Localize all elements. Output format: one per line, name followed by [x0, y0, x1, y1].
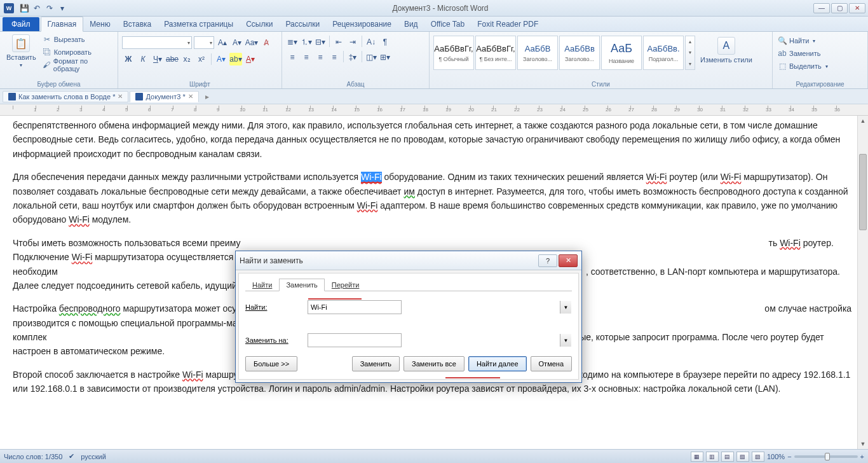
maximize-button[interactable]: ▢ [831, 3, 848, 13]
cut-button[interactable]: ✂Вырезать [41, 33, 114, 46]
align-right-icon[interactable]: ≡ [314, 51, 327, 64]
replace-all-button[interactable]: Заменить все [403, 356, 465, 371]
tab-foxit[interactable]: Foxit Reader PDF [471, 17, 545, 31]
strike-icon[interactable]: abe [166, 53, 179, 66]
style-gallery-more[interactable]: ▴▾▾ [685, 36, 695, 70]
shrink-font-icon[interactable]: A▾ [231, 36, 243, 49]
replace-input[interactable] [308, 333, 402, 347]
bullets-icon[interactable]: ≣▾ [286, 36, 299, 48]
paste-button[interactable]: 📋 Вставить ▾ [4, 33, 39, 69]
highlight-icon[interactable]: ab▾ [229, 53, 242, 66]
more-button[interactable]: Больше >> [245, 356, 297, 371]
minimize-button[interactable]: — [813, 3, 830, 13]
dialog-tab-replace[interactable]: Заменить [279, 279, 324, 291]
font-color-icon[interactable]: A▾ [244, 53, 257, 66]
tab-references[interactable]: Ссылки [240, 17, 279, 31]
find-next-button[interactable]: Найти далее [468, 356, 527, 371]
numbering-icon[interactable]: ⒈▾ [300, 36, 313, 48]
replace-action-button[interactable]: Заменить [352, 356, 400, 371]
clear-format-icon[interactable]: A̷ [260, 36, 273, 49]
align-center-icon[interactable]: ≡ [300, 51, 313, 64]
format-painter-button[interactable]: 🖌Формат по образцу [41, 59, 114, 71]
underline-icon[interactable]: Ч▾ [151, 53, 164, 66]
save-icon[interactable]: 💾 [19, 3, 29, 13]
tab-menu[interactable]: Меню [83, 17, 116, 31]
superscript-icon[interactable]: x² [195, 53, 208, 66]
word-count[interactable]: Число слов: 1/350 [4, 453, 62, 460]
close-button[interactable]: ✕ [849, 3, 865, 13]
doctab-1[interactable]: Как заменить слова в Ворде *✕ [3, 91, 128, 102]
show-marks-icon[interactable]: ¶ [379, 36, 391, 48]
tab-office-tab[interactable]: Office Tab [424, 17, 471, 31]
paragraph[interactable]: беспрепятственного обмена информацией ме… [13, 118, 855, 161]
view-print-layout-icon[interactable]: ▦ [691, 452, 703, 462]
dialog-titlebar[interactable]: Найти и заменить ? ✕ [236, 251, 581, 270]
spellcheck-icon[interactable]: ✔ [69, 452, 74, 460]
tab-home[interactable]: Главная [41, 17, 84, 32]
sort-icon[interactable]: A↓ [365, 36, 377, 48]
zoom-in-icon[interactable]: + [860, 453, 864, 460]
borders-icon[interactable]: ⊞▾ [379, 51, 391, 64]
find-input[interactable] [308, 300, 402, 314]
subscript-icon[interactable]: x₂ [180, 53, 193, 66]
view-reading-icon[interactable]: ▥ [706, 452, 719, 462]
italic-icon[interactable]: К [137, 53, 149, 66]
decrease-indent-icon[interactable]: ⇤ [332, 36, 345, 48]
zoom-slider[interactable] [794, 455, 858, 458]
font-size-combo[interactable] [194, 36, 214, 49]
doctab-2[interactable]: Документ3 *✕ [130, 91, 198, 102]
bold-icon[interactable]: Ж [122, 53, 135, 66]
tab-review[interactable]: Рецензирование [326, 17, 398, 31]
tab-page-layout[interactable]: Разметка страницы [158, 17, 240, 31]
dialog-tab-find[interactable]: Найти [245, 279, 279, 291]
tab-insert[interactable]: Вставка [117, 17, 158, 31]
style-no-spacing[interactable]: АаБбВвГг,¶ Без инте... [475, 36, 516, 70]
cancel-button[interactable]: Отмена [531, 356, 572, 371]
copy-button[interactable]: ⿻Копировать [41, 46, 114, 59]
find-dropdown-icon[interactable]: ▼ [560, 301, 571, 314]
zoom-level[interactable]: 100% [767, 453, 785, 460]
font-name-combo[interactable] [122, 36, 192, 49]
close-tab-icon[interactable]: ✕ [188, 93, 193, 100]
style-gallery[interactable]: АаБбВвГг,¶ Обычный АаБбВвГг,¶ Без инте..… [433, 36, 695, 70]
dialog-close-button[interactable]: ✕ [559, 254, 578, 267]
file-tab[interactable]: Файл [3, 17, 39, 31]
line-spacing-icon[interactable]: ‡▾ [346, 51, 359, 64]
qat-more-icon[interactable]: ▾ [57, 3, 67, 13]
shading-icon[interactable]: ◫▾ [365, 51, 377, 64]
view-outline-icon[interactable]: ▧ [736, 452, 749, 462]
change-styles-button[interactable]: A Изменить стили [698, 36, 755, 65]
select-button[interactable]: ⬚Выделить▾ [776, 60, 829, 73]
new-tab-button[interactable]: ▸ [200, 92, 214, 101]
grow-font-icon[interactable]: A▴ [216, 36, 229, 49]
view-draft-icon[interactable]: ▨ [752, 452, 764, 462]
scroll-thumb[interactable] [859, 154, 867, 230]
scroll-up-icon[interactable]: ▲ [858, 116, 868, 126]
vertical-scrollbar[interactable]: ▲ ▼ [857, 116, 868, 449]
style-normal[interactable]: АаБбВвГг,¶ Обычный [433, 36, 474, 70]
scroll-down-icon[interactable]: ▼ [858, 439, 868, 449]
view-web-icon[interactable]: ▤ [721, 452, 734, 462]
ruler[interactable]: 1234567891011121314151617181920212223242… [0, 104, 868, 116]
language-status[interactable]: русский [81, 453, 105, 460]
tab-view[interactable]: Вид [398, 17, 424, 31]
dialog-help-button[interactable]: ? [538, 254, 557, 267]
replace-button[interactable]: abЗаменить [776, 47, 829, 60]
change-case-icon[interactable]: Aa▾ [245, 36, 258, 49]
replace-dropdown-icon[interactable]: ▼ [560, 334, 571, 347]
redo-icon[interactable]: ↷ [44, 3, 55, 13]
zoom-out-icon[interactable]: − [787, 453, 791, 460]
zoom-handle[interactable] [825, 453, 830, 460]
style-heading1[interactable]: АаБбВЗаголово... [517, 36, 558, 70]
close-tab-icon[interactable]: ✕ [118, 93, 123, 100]
style-heading2[interactable]: АаБбВвЗаголово... [559, 36, 600, 70]
paragraph[interactable]: Для обеспечения передачи данных между ра… [13, 170, 855, 227]
text-effects-icon[interactable]: A▾ [215, 53, 227, 66]
tab-mailings[interactable]: Рассылки [279, 17, 326, 31]
style-subtitle[interactable]: АаБбВв.Подзагол... [643, 36, 684, 70]
find-button[interactable]: 🔍Найти▾ [776, 34, 829, 47]
increase-indent-icon[interactable]: ⇥ [346, 36, 359, 48]
dialog-tab-goto[interactable]: Перейти [325, 279, 367, 291]
align-left-icon[interactable]: ≡ [286, 51, 299, 64]
undo-icon[interactable]: ↶ [32, 3, 42, 13]
